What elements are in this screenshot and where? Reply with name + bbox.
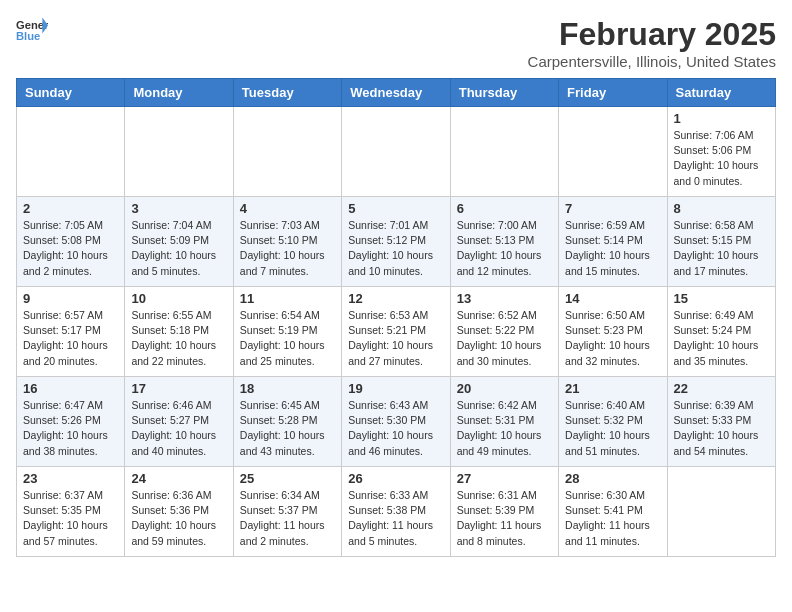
day-info: Sunrise: 6:55 AM Sunset: 5:18 PM Dayligh… [131,308,226,369]
calendar-table: Sunday Monday Tuesday Wednesday Thursday… [16,78,776,557]
day-info: Sunrise: 6:33 AM Sunset: 5:38 PM Dayligh… [348,488,443,549]
table-row [17,107,125,197]
header-friday: Friday [559,79,667,107]
table-row: 11Sunrise: 6:54 AM Sunset: 5:19 PM Dayli… [233,287,341,377]
table-row: 19Sunrise: 6:43 AM Sunset: 5:30 PM Dayli… [342,377,450,467]
day-info: Sunrise: 7:01 AM Sunset: 5:12 PM Dayligh… [348,218,443,279]
table-row [450,107,558,197]
day-info: Sunrise: 6:30 AM Sunset: 5:41 PM Dayligh… [565,488,660,549]
svg-text:Blue: Blue [16,30,40,42]
day-info: Sunrise: 6:57 AM Sunset: 5:17 PM Dayligh… [23,308,118,369]
day-info: Sunrise: 6:42 AM Sunset: 5:31 PM Dayligh… [457,398,552,459]
day-info: Sunrise: 6:39 AM Sunset: 5:33 PM Dayligh… [674,398,769,459]
calendar-week-row: 9Sunrise: 6:57 AM Sunset: 5:17 PM Daylig… [17,287,776,377]
day-number: 2 [23,201,118,216]
day-number: 5 [348,201,443,216]
table-row [559,107,667,197]
day-number: 17 [131,381,226,396]
day-number: 13 [457,291,552,306]
day-info: Sunrise: 6:46 AM Sunset: 5:27 PM Dayligh… [131,398,226,459]
table-row: 21Sunrise: 6:40 AM Sunset: 5:32 PM Dayli… [559,377,667,467]
calendar-week-row: 16Sunrise: 6:47 AM Sunset: 5:26 PM Dayli… [17,377,776,467]
table-row: 2Sunrise: 7:05 AM Sunset: 5:08 PM Daylig… [17,197,125,287]
day-number: 28 [565,471,660,486]
calendar-week-row: 23Sunrise: 6:37 AM Sunset: 5:35 PM Dayli… [17,467,776,557]
table-row: 17Sunrise: 6:46 AM Sunset: 5:27 PM Dayli… [125,377,233,467]
day-info: Sunrise: 6:49 AM Sunset: 5:24 PM Dayligh… [674,308,769,369]
table-row: 14Sunrise: 6:50 AM Sunset: 5:23 PM Dayli… [559,287,667,377]
table-row: 6Sunrise: 7:00 AM Sunset: 5:13 PM Daylig… [450,197,558,287]
table-row [667,467,775,557]
day-info: Sunrise: 6:47 AM Sunset: 5:26 PM Dayligh… [23,398,118,459]
day-number: 14 [565,291,660,306]
table-row: 24Sunrise: 6:36 AM Sunset: 5:36 PM Dayli… [125,467,233,557]
table-row: 28Sunrise: 6:30 AM Sunset: 5:41 PM Dayli… [559,467,667,557]
header-thursday: Thursday [450,79,558,107]
weekday-header-row: Sunday Monday Tuesday Wednesday Thursday… [17,79,776,107]
day-number: 27 [457,471,552,486]
table-row: 23Sunrise: 6:37 AM Sunset: 5:35 PM Dayli… [17,467,125,557]
day-info: Sunrise: 6:59 AM Sunset: 5:14 PM Dayligh… [565,218,660,279]
day-number: 19 [348,381,443,396]
table-row: 27Sunrise: 6:31 AM Sunset: 5:39 PM Dayli… [450,467,558,557]
day-number: 11 [240,291,335,306]
calendar-title: February 2025 [528,16,776,53]
day-number: 22 [674,381,769,396]
header-sunday: Sunday [17,79,125,107]
calendar-week-row: 1Sunrise: 7:06 AM Sunset: 5:06 PM Daylig… [17,107,776,197]
table-row: 1Sunrise: 7:06 AM Sunset: 5:06 PM Daylig… [667,107,775,197]
logo: General Blue [16,16,48,44]
page-header: General Blue February 2025 Carpentersvil… [16,16,776,70]
header-wednesday: Wednesday [342,79,450,107]
day-number: 9 [23,291,118,306]
day-number: 8 [674,201,769,216]
day-info: Sunrise: 7:03 AM Sunset: 5:10 PM Dayligh… [240,218,335,279]
day-info: Sunrise: 7:04 AM Sunset: 5:09 PM Dayligh… [131,218,226,279]
header-tuesday: Tuesday [233,79,341,107]
day-info: Sunrise: 6:54 AM Sunset: 5:19 PM Dayligh… [240,308,335,369]
logo-icon: General Blue [16,16,48,44]
day-info: Sunrise: 6:50 AM Sunset: 5:23 PM Dayligh… [565,308,660,369]
day-info: Sunrise: 6:34 AM Sunset: 5:37 PM Dayligh… [240,488,335,549]
table-row: 10Sunrise: 6:55 AM Sunset: 5:18 PM Dayli… [125,287,233,377]
day-number: 4 [240,201,335,216]
table-row: 7Sunrise: 6:59 AM Sunset: 5:14 PM Daylig… [559,197,667,287]
table-row [342,107,450,197]
day-info: Sunrise: 6:52 AM Sunset: 5:22 PM Dayligh… [457,308,552,369]
day-info: Sunrise: 6:40 AM Sunset: 5:32 PM Dayligh… [565,398,660,459]
day-number: 20 [457,381,552,396]
day-number: 3 [131,201,226,216]
day-number: 23 [23,471,118,486]
day-number: 21 [565,381,660,396]
day-info: Sunrise: 6:58 AM Sunset: 5:15 PM Dayligh… [674,218,769,279]
calendar-subtitle: Carpentersville, Illinois, United States [528,53,776,70]
day-info: Sunrise: 7:00 AM Sunset: 5:13 PM Dayligh… [457,218,552,279]
table-row: 22Sunrise: 6:39 AM Sunset: 5:33 PM Dayli… [667,377,775,467]
table-row: 5Sunrise: 7:01 AM Sunset: 5:12 PM Daylig… [342,197,450,287]
table-row: 12Sunrise: 6:53 AM Sunset: 5:21 PM Dayli… [342,287,450,377]
table-row: 13Sunrise: 6:52 AM Sunset: 5:22 PM Dayli… [450,287,558,377]
calendar-week-row: 2Sunrise: 7:05 AM Sunset: 5:08 PM Daylig… [17,197,776,287]
day-info: Sunrise: 7:06 AM Sunset: 5:06 PM Dayligh… [674,128,769,189]
table-row: 16Sunrise: 6:47 AM Sunset: 5:26 PM Dayli… [17,377,125,467]
table-row: 8Sunrise: 6:58 AM Sunset: 5:15 PM Daylig… [667,197,775,287]
table-row: 20Sunrise: 6:42 AM Sunset: 5:31 PM Dayli… [450,377,558,467]
day-info: Sunrise: 6:43 AM Sunset: 5:30 PM Dayligh… [348,398,443,459]
table-row: 9Sunrise: 6:57 AM Sunset: 5:17 PM Daylig… [17,287,125,377]
day-info: Sunrise: 6:36 AM Sunset: 5:36 PM Dayligh… [131,488,226,549]
table-row: 4Sunrise: 7:03 AM Sunset: 5:10 PM Daylig… [233,197,341,287]
day-info: Sunrise: 7:05 AM Sunset: 5:08 PM Dayligh… [23,218,118,279]
day-info: Sunrise: 6:37 AM Sunset: 5:35 PM Dayligh… [23,488,118,549]
header-saturday: Saturday [667,79,775,107]
day-number: 7 [565,201,660,216]
table-row: 15Sunrise: 6:49 AM Sunset: 5:24 PM Dayli… [667,287,775,377]
day-info: Sunrise: 6:45 AM Sunset: 5:28 PM Dayligh… [240,398,335,459]
day-number: 18 [240,381,335,396]
day-number: 16 [23,381,118,396]
table-row [233,107,341,197]
day-info: Sunrise: 6:53 AM Sunset: 5:21 PM Dayligh… [348,308,443,369]
day-number: 1 [674,111,769,126]
table-row [125,107,233,197]
table-row: 26Sunrise: 6:33 AM Sunset: 5:38 PM Dayli… [342,467,450,557]
day-number: 6 [457,201,552,216]
